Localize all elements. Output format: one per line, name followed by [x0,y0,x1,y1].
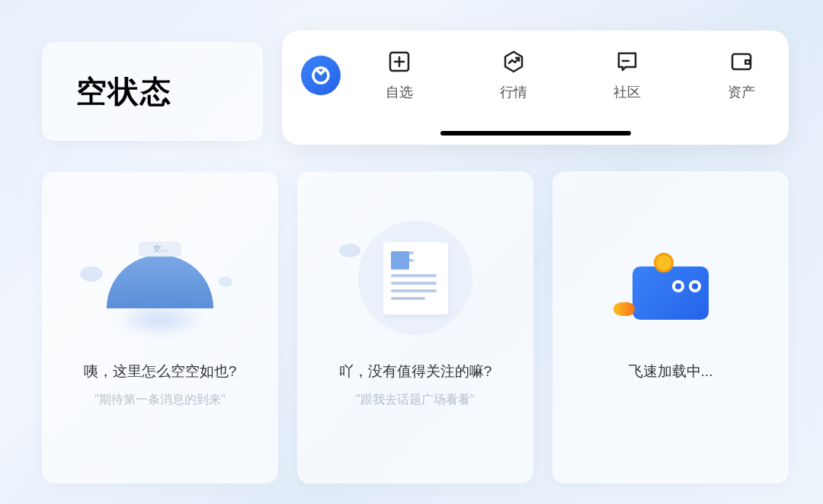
cards-row: 空... 咦，这里怎么空空如也? "期待第一条消息的到来" [42,171,789,483]
chat-box-icon [615,49,639,74]
nav-item-community[interactable]: 社区 [613,49,641,101]
empty-state-card-topics: 吖，没有值得关注的嘛? "跟我去话题广场看看" [297,171,533,483]
home-indicator [440,131,631,136]
nav-label: 自选 [386,83,413,101]
svg-point-6 [746,61,748,63]
empty-dome-illustration: 空... [91,213,229,343]
card-title: 飞速加载中... [629,362,713,381]
nav-label: 行情 [500,83,527,101]
app-logo-icon[interactable] [301,56,341,95]
nav-item-assets[interactable]: 资产 [728,49,755,101]
page-title: 空状态 [76,71,172,113]
illustration-label: 空... [139,241,181,257]
nav-items: 自选 行情 社区 资产 [371,49,770,101]
card-title: 吖，没有值得关注的嘛? [339,362,492,381]
nav-item-watchlist[interactable]: 自选 [386,49,413,101]
plus-box-icon [387,49,412,74]
empty-state-card-messages: 空... 咦，这里怎么空空如也? "期待第一条消息的到来" [42,171,278,483]
nav-bar: 自选 行情 社区 资产 [282,30,789,145]
empty-news-illustration [347,213,484,343]
nav-item-market[interactable]: 行情 [500,49,527,101]
card-subtitle: "跟我去话题广场看看" [356,392,474,408]
card-title: 咦，这里怎么空空如也? [84,362,237,381]
title-card: 空状态 [42,42,263,141]
loading-robot-illustration [602,213,739,343]
nav-label: 社区 [613,83,641,101]
nav-label: 资产 [728,83,755,101]
empty-state-card-loading: 飞速加载中... [552,171,789,483]
chart-hex-icon [501,49,526,74]
wallet-box-icon [729,49,754,74]
card-subtitle: "期待第一条消息的到来" [94,392,225,408]
